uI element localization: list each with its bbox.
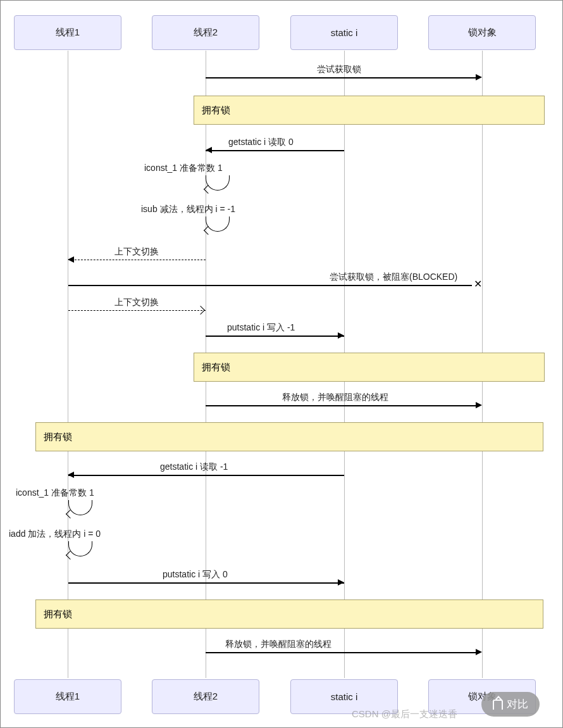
msg-getstatic-neg1: getstatic i 读取 -1 [160,461,228,473]
msg-putstatic-0: putstatic i 写入 0 [163,569,228,581]
arrow-head [476,649,482,655]
arrow [206,652,476,653]
msg-isub: isub 减法，线程内 i = -1 [141,204,235,215]
actor-label: 线程1 [56,691,80,703]
arrow [206,336,344,337]
msg-getstatic-0: getstatic i 读取 0 [228,137,294,148]
msg-release-1: 释放锁，并唤醒阻塞的线程 [282,392,388,403]
actor-thread2-bottom: 线程2 [152,679,259,714]
arrow-head-open [196,306,205,315]
upload-icon [493,700,503,710]
note-label: 拥有锁 [202,104,230,116]
actor-label: static i [331,27,358,38]
note-has-lock-3: 拥有锁 [35,422,543,451]
compare-label: 对比 [507,697,528,712]
arrow-head [476,402,482,408]
actor-thread2-top: 线程2 [152,15,259,50]
note-has-lock-1: 拥有锁 [194,96,545,125]
actor-label: 线程2 [194,691,218,703]
arrow [206,150,344,151]
msg-putstatic-neg1: putstatic i 写入 -1 [227,322,295,334]
actor-thread1-top: 线程1 [14,15,121,50]
arrow [68,475,344,476]
note-label: 拥有锁 [44,431,72,443]
arrow-head [68,256,74,263]
msg-try-lock: 尝试获取锁 [317,64,361,75]
note-label: 拥有锁 [44,608,72,620]
actor-thread1-bottom: 线程1 [14,679,121,714]
lifeline-thread1 [68,51,68,678]
arrow [68,582,344,584]
arrow-head [476,74,482,80]
arrow-dashed [68,260,206,260]
arrow [206,77,476,78]
arrow-head [68,472,74,478]
msg-blocked: 尝试获取锁，被阻塞(BLOCKED) [330,272,457,283]
actor-label: 线程1 [56,27,80,39]
msg-iconst-2: iconst_1 准备常数 1 [16,487,94,499]
actor-label: 线程2 [194,27,218,39]
msg-release-2: 释放锁，并唤醒阻塞的线程 [225,639,331,650]
arrow-head [338,579,344,586]
lost-marker: ✕ [474,278,482,290]
actor-label: static i [331,691,358,702]
watermark-text: CSDN @最后一支迷迭香 [352,708,457,720]
actor-label: 锁对象 [468,27,497,39]
msg-context-switch-2: 上下文切换 [114,297,159,308]
msg-iadd: iadd 加法，线程内 i = 0 [9,529,101,540]
arrow-head [206,147,212,153]
actor-lock-top: 锁对象 [428,15,536,50]
note-has-lock-4: 拥有锁 [35,599,543,629]
msg-iconst: iconst_1 准备常数 1 [144,163,223,174]
note-has-lock-2: 拥有锁 [194,353,545,382]
compare-button[interactable]: 对比 [481,692,540,717]
msg-context-switch-1: 上下文切换 [114,246,159,258]
sequence-diagram: 线程1 线程2 static i 锁对象 尝试获取锁 拥有锁 getstatic… [0,0,563,728]
note-label: 拥有锁 [202,361,230,373]
arrow [68,285,472,286]
actor-static-i-top: static i [290,15,398,50]
arrow-dashed [68,310,206,311]
arrow-head [338,332,344,339]
arrow [206,405,476,406]
